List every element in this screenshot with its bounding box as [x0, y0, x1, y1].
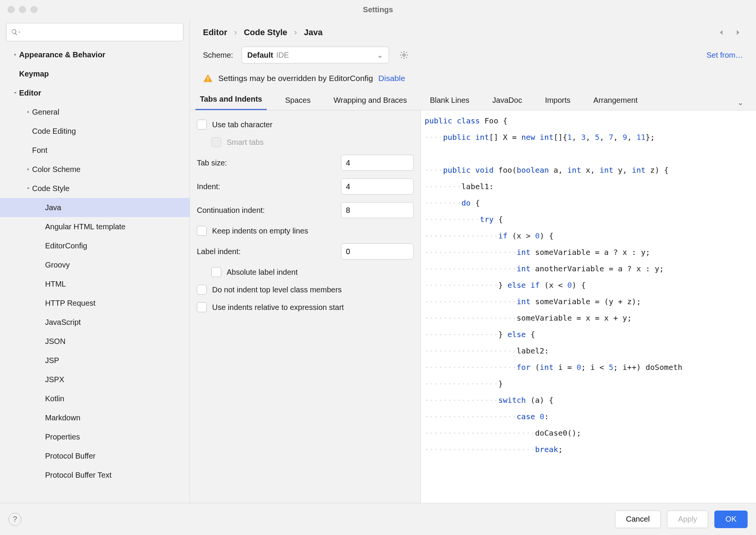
abs-label-checkbox[interactable]	[211, 267, 221, 277]
set-from-link[interactable]: Set from…	[706, 51, 743, 60]
close-icon[interactable]	[8, 6, 15, 13]
tree-label: Protocol Buffer	[45, 452, 96, 460]
search-input[interactable]	[6, 23, 183, 41]
smart-tabs-label: Smart tabs	[227, 138, 264, 147]
use-tab-char-checkbox[interactable]	[197, 120, 207, 130]
cancel-button[interactable]: Cancel	[615, 511, 661, 528]
window-title: Settings	[363, 5, 393, 14]
breadcrumb: Editor › Code Style › Java	[190, 19, 756, 43]
no-top-level-checkbox[interactable]	[197, 285, 207, 295]
tab[interactable]: Tabs and Indents	[195, 89, 267, 110]
code-preview: public class Foo { ····public int[] X = …	[421, 110, 756, 503]
tree-item[interactable]: Protocol Buffer	[0, 446, 190, 465]
tree-item[interactable]: Font	[0, 141, 190, 160]
tree-label: Java	[45, 203, 61, 212]
tree-item[interactable]: General	[0, 102, 190, 122]
tree-item[interactable]: Kotlin	[0, 389, 190, 408]
tree-item[interactable]: Markdown	[0, 408, 190, 427]
svg-point-0	[403, 54, 405, 56]
breadcrumb-sep: ›	[234, 28, 237, 37]
tree-label: Protocol Buffer Text	[45, 471, 112, 480]
tree-item[interactable]: EditorConfig	[0, 236, 190, 255]
gear-icon	[399, 50, 409, 60]
scheme-actions-button[interactable]	[397, 49, 410, 62]
tab[interactable]: Blank Lines	[425, 91, 474, 110]
breadcrumb-item[interactable]: Editor	[203, 28, 227, 37]
apply-button[interactable]: Apply	[667, 511, 708, 528]
tree-label: Font	[32, 146, 47, 155]
cont-indent-input[interactable]	[341, 202, 414, 218]
rel-expr-label: Use indents relative to expression start	[212, 303, 344, 312]
tree-label: Groovy	[45, 261, 70, 269]
tree-label: Color Scheme	[32, 165, 81, 174]
tab-size-input[interactable]	[341, 155, 414, 171]
tree-label: Editor	[19, 89, 41, 97]
minimize-icon[interactable]	[19, 6, 26, 13]
zoom-icon[interactable]	[31, 6, 37, 13]
tree-item[interactable]: Appearance & Behavior	[0, 45, 190, 64]
chevron-right-icon	[24, 167, 32, 172]
tree-item[interactable]: Keymap	[0, 64, 190, 83]
tree-label: JSP	[45, 356, 59, 365]
ok-button[interactable]: OK	[714, 511, 748, 528]
tree-item[interactable]: Angular HTML template	[0, 217, 190, 236]
tab[interactable]: Spaces	[281, 91, 315, 110]
chevron-right-icon	[11, 52, 19, 57]
tree-label: EditorConfig	[45, 242, 87, 250]
tree-item[interactable]: Protocol Buffer Text	[0, 465, 190, 485]
tab[interactable]: Wrapping and Braces	[329, 91, 412, 110]
traffic-lights	[8, 6, 37, 13]
breadcrumb-item[interactable]: Code Style	[244, 28, 287, 37]
tabs: Tabs and IndentsSpacesWrapping and Brace…	[190, 89, 756, 110]
tree-label: Properties	[45, 433, 80, 441]
tree-label: Keymap	[19, 70, 49, 78]
chevron-right-icon	[24, 109, 32, 115]
tree-item[interactable]: JSP	[0, 351, 190, 370]
tab[interactable]: Arrangement	[589, 91, 642, 110]
warning-icon	[203, 73, 213, 83]
rel-expr-checkbox[interactable]	[197, 302, 207, 312]
sidebar: Appearance & BehaviorKeymapEditorGeneral…	[0, 19, 190, 503]
tree-item[interactable]: Java	[0, 198, 190, 217]
tree-item[interactable]: Groovy	[0, 255, 190, 274]
tab[interactable]: JavaDoc	[488, 91, 527, 110]
tree-item[interactable]: HTTP Request	[0, 293, 190, 313]
nav-forward-icon[interactable]	[733, 28, 743, 37]
help-button[interactable]: ?	[8, 513, 21, 526]
chevron-down-icon	[17, 30, 22, 34]
keep-empty-checkbox[interactable]	[197, 226, 207, 236]
titlebar: Settings	[0, 0, 756, 19]
settings-tree[interactable]: Appearance & BehaviorKeymapEditorGeneral…	[0, 45, 190, 503]
tree-item[interactable]: Editor	[0, 83, 190, 102]
scheme-select[interactable]: Default IDE ⌄	[242, 47, 389, 63]
indent-label: Indent:	[197, 182, 220, 191]
smart-tabs-checkbox	[211, 137, 221, 147]
tree-label: Code Style	[32, 184, 70, 193]
abs-label-label: Absolute label indent	[227, 268, 298, 277]
warning-text: Settings may be overridden by EditorConf…	[218, 74, 373, 83]
tree-item[interactable]: JavaScript	[0, 313, 190, 332]
footer: ? Cancel Apply OK	[0, 503, 756, 535]
tree-item[interactable]: HTML	[0, 274, 190, 293]
tree-item[interactable]: Code Editing	[0, 122, 190, 141]
tree-label: Appearance & Behavior	[19, 50, 105, 59]
tree-item[interactable]: Code Style	[0, 179, 190, 198]
disable-link[interactable]: Disable	[378, 74, 405, 83]
tree-label: Kotlin	[45, 394, 64, 403]
tree-label: Code Editing	[32, 127, 76, 136]
tree-item[interactable]: Color Scheme	[0, 160, 190, 179]
main-panel: Editor › Code Style › Java Scheme: Defau…	[190, 19, 756, 503]
tab[interactable]: Imports	[540, 91, 575, 110]
tree-item[interactable]: Properties	[0, 427, 190, 446]
chevron-down-icon[interactable]: ⌄	[734, 95, 747, 110]
tree-item[interactable]: JSON	[0, 332, 190, 351]
cont-indent-label: Continuation indent:	[197, 206, 265, 215]
tree-label: HTTP Request	[45, 299, 96, 308]
nav-back-icon[interactable]	[716, 28, 726, 37]
indent-input[interactable]	[341, 178, 414, 195]
breadcrumb-item[interactable]: Java	[304, 28, 323, 37]
label-indent-input[interactable]	[341, 243, 414, 259]
tree-item[interactable]: JSPX	[0, 370, 190, 389]
scheme-value: Default	[247, 51, 273, 60]
use-tab-char-label: Use tab character	[212, 120, 273, 129]
